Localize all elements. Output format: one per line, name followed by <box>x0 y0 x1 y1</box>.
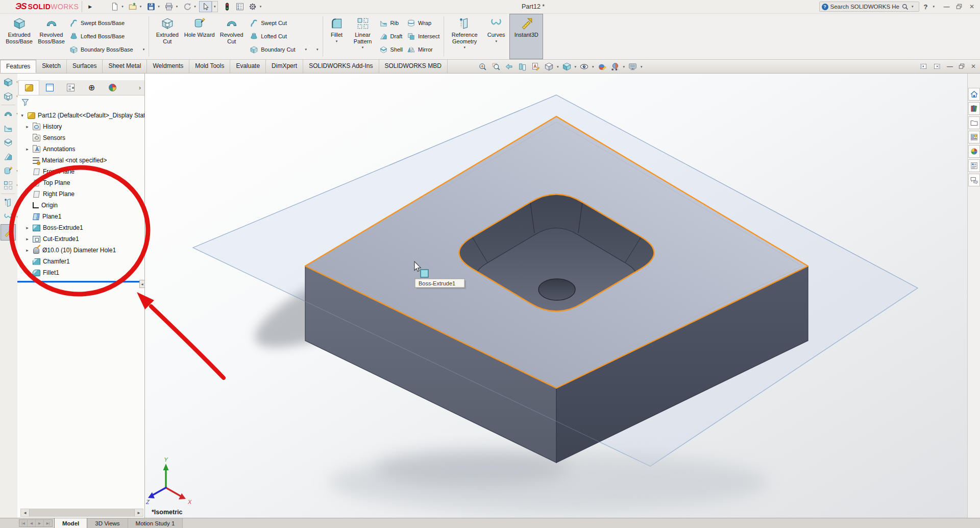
tree-item-history[interactable]: ▸ History <box>17 121 144 132</box>
mirror-button[interactable]: Mirror <box>407 43 439 56</box>
collapse-pane-right-icon[interactable] <box>933 62 941 70</box>
linear-pattern-button[interactable]: Linear Pattern ▾ <box>349 14 377 59</box>
expander-icon[interactable]: ▸ <box>24 124 30 129</box>
menu-flyout-icon[interactable]: ▶ <box>88 4 92 9</box>
ribbon-tab[interactable]: Surfaces <box>67 60 103 73</box>
tree-item-right-plane[interactable]: Right Plane <box>17 188 144 200</box>
close-button[interactable]: ✕ <box>968 2 976 11</box>
search-dropdown-icon[interactable]: ▾ <box>912 5 914 9</box>
collapse-pane-left-icon[interactable] <box>919 62 927 70</box>
display-style-dropdown-icon[interactable]: ▾ <box>575 65 577 69</box>
extruded-cut-button[interactable]: Extruded Cut <box>151 14 183 59</box>
design-library-button[interactable] <box>968 102 980 115</box>
options-dropdown-icon[interactable]: ▾ <box>260 5 262 9</box>
tree-filter-bar[interactable] <box>17 95 144 109</box>
left-extruded-cut-button[interactable]: ▾ <box>2 89 15 103</box>
tree-item-front-plane[interactable]: Front Plane <box>17 166 144 177</box>
nav-prev-button[interactable]: ◀ <box>28 520 36 526</box>
boundary-boss-base-button[interactable]: Boundary Boss/Base▾ <box>69 43 144 56</box>
tree-item-sensors[interactable]: Sensors <box>17 132 144 143</box>
hole-wizard-button[interactable]: Hole Wizard <box>183 14 215 59</box>
view-orientation-dropdown-icon[interactable]: ▾ <box>557 65 559 69</box>
rollback-bar[interactable] <box>17 281 144 282</box>
print-dropdown-icon[interactable]: ▾ <box>176 5 178 9</box>
curves-dropdown-icon[interactable]: ▾ <box>495 39 497 43</box>
select-dropdown-icon[interactable]: ▾ <box>212 1 218 12</box>
apply-scene-button[interactable] <box>609 61 622 73</box>
tree-item-annotations[interactable]: ▸ Annotations <box>17 143 144 155</box>
tree-item-fillet1[interactable]: Fillet1 <box>17 267 144 278</box>
help-dropdown-icon[interactable]: ▾ <box>933 5 935 9</box>
section-view-button[interactable] <box>516 61 529 73</box>
intersect-button[interactable]: Intersect <box>407 30 439 43</box>
graphics-area[interactable]: Y X Z Boss-Extrude1 <box>145 74 967 518</box>
boundary-cut-button[interactable]: Boundary Cut▾▾ <box>250 43 318 56</box>
tree-item-top-plane[interactable]: Top Plane <box>17 177 144 188</box>
swept-boss-base-button[interactable]: Swept Boss/Base <box>69 16 144 30</box>
open-button[interactable] <box>127 1 139 12</box>
save-button[interactable] <box>144 1 157 12</box>
minimize-button[interactable]: — <box>942 2 950 11</box>
instant3d-button[interactable]: Instant3D <box>509 14 543 59</box>
draft-button[interactable]: Draft <box>379 30 403 43</box>
tree-item-cut-extrude1[interactable]: ▸ Cut-Extrude1 <box>17 233 144 245</box>
annotation-views-button[interactable] <box>529 61 542 73</box>
forum-button[interactable] <box>968 174 980 186</box>
left-linear-pattern-button[interactable]: ▾ <box>2 178 15 192</box>
search-box[interactable]: ? Search SOLIDWORKS Help ▾ <box>819 2 919 12</box>
ribbon-tab[interactable]: DimXpert <box>266 60 303 73</box>
scene-3d[interactable]: Y X Z Boss-Extrude1 <box>145 74 967 518</box>
ribbon-tab[interactable]: Features <box>0 60 36 73</box>
undo-button[interactable] <box>181 1 193 12</box>
shell-button[interactable]: Shell <box>379 43 403 56</box>
tree-item-boss-extrude1[interactable]: ▸ Boss-Extrude1 <box>17 222 144 233</box>
help-button[interactable]: ? <box>924 3 928 11</box>
scrollbar-thumb[interactable] <box>29 509 135 516</box>
search-input[interactable]: Search SOLIDWORKS Help <box>830 4 899 10</box>
nav-last-button[interactable]: ▶| <box>44 520 52 526</box>
revolved-boss-base-button[interactable]: Revolved Boss/Base <box>35 14 67 59</box>
revolved-cut-button[interactable]: Revolved Cut <box>215 14 248 59</box>
expander-icon[interactable]: ▸ <box>24 225 30 230</box>
view-settings-button[interactable] <box>626 61 639 73</box>
tree-item-chamfer1[interactable]: Chamfer1 <box>17 256 144 267</box>
tab-feature-tree[interactable] <box>18 80 39 95</box>
restore-button[interactable] <box>955 2 963 11</box>
nav-first-button[interactable]: |◀ <box>19 520 28 526</box>
tab-property-manager[interactable] <box>39 80 60 95</box>
cut-flyout-dropdown-icon[interactable]: ▾ <box>305 47 307 52</box>
cut-flyout-dropdown-icon-2[interactable]: ▾ <box>316 47 318 52</box>
wrap-button[interactable]: Wrap <box>407 16 439 30</box>
left-curves-button[interactable]: ▾ <box>2 210 15 224</box>
zoom-to-area-button[interactable] <box>489 61 502 73</box>
left-reference-geometry-button[interactable]: ▾ <box>2 196 15 209</box>
search-icon[interactable] <box>901 3 909 11</box>
expander-icon[interactable]: ▸ <box>24 147 30 152</box>
left-draft-button[interactable] <box>2 150 15 163</box>
home-button[interactable] <box>968 88 980 101</box>
boss-flyout-dropdown-icon[interactable]: ▾ <box>143 47 145 52</box>
tree-item-origin[interactable]: Origin <box>17 200 144 211</box>
select-tool-button[interactable] <box>199 1 212 12</box>
undo-dropdown-icon[interactable]: ▾ <box>194 5 196 9</box>
file-properties-button[interactable] <box>234 1 247 12</box>
hole-feature[interactable] <box>538 279 575 300</box>
tree-item-plane1[interactable]: Plane1 <box>17 211 144 222</box>
extruded-boss-base-button[interactable]: Extruded Boss/Base <box>3 14 35 59</box>
ribbon-tab[interactable]: Evaluate <box>230 60 266 73</box>
refgeom-dropdown-icon[interactable]: ▾ <box>463 45 465 50</box>
view-palette-button[interactable] <box>968 131 980 143</box>
appearances-button[interactable] <box>968 145 980 158</box>
expander-icon[interactable]: ▸ <box>24 248 30 253</box>
view-orientation-button[interactable] <box>543 61 555 73</box>
ribbon-tab[interactable]: Sketch <box>36 60 67 73</box>
bottom-tab[interactable]: Motion Study 1 <box>128 518 183 528</box>
fillet-button[interactable]: Fillet ▾ <box>325 14 349 59</box>
swept-cut-button[interactable]: Swept Cut <box>250 16 318 30</box>
new-dropdown-icon[interactable]: ▾ <box>121 5 124 9</box>
left-hole-wizard-button[interactable]: ▾ <box>2 164 15 178</box>
ribbon-tab[interactable]: Weldments <box>147 60 189 73</box>
curves-button[interactable]: Curves ▾ <box>483 14 509 59</box>
scroll-right-button[interactable]: ► <box>135 509 143 516</box>
zoom-to-fit-button[interactable] <box>476 61 489 73</box>
